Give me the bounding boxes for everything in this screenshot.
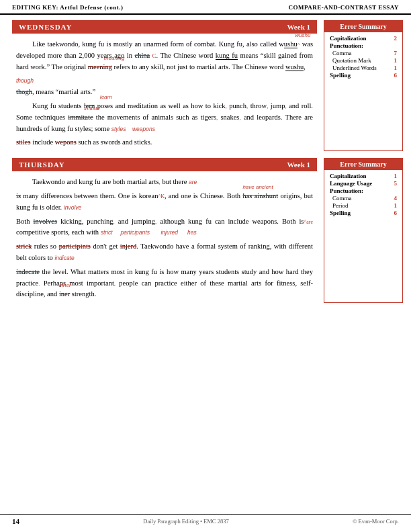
footer-center: Daily Paragraph Editing • EMC 2837 [143, 518, 228, 525]
is-correction: is^are [299, 218, 313, 225]
wednesday-es-title: Error Summary [324, 21, 402, 32]
es-row-comma: Comma 7 [330, 50, 397, 56]
thursday-text-area: THURSDAY Week 1 Taekwondo and kung fu ar… [12, 158, 317, 303]
es-lang-count: 5 [394, 180, 398, 187]
es-period-label: Period [330, 202, 349, 209]
thursday-section: THURSDAY Week 1 Taekwondo and kung fu ar… [12, 158, 403, 303]
inner-correction: inneriner [59, 290, 70, 298]
es-row-spelling-wed: Spelling 6 [330, 72, 397, 79]
wednesday-day-name: WEDNESDAY [19, 23, 73, 31]
es-row-quotation: Quotation Mark 1 [330, 57, 397, 64]
wednesday-error-summary: Error Summary Capitalization 2 Punctuati… [324, 20, 403, 151]
china-correction: china C [135, 52, 156, 59]
es-cap-label: Capitalization [330, 35, 367, 42]
meaning-correction: meaningmeening [88, 63, 112, 71]
es-row-capitalization: Capitalization 2 [330, 35, 397, 42]
thursday-error-summary: Error Summary Capitalization 1 Language … [324, 158, 403, 303]
es-quotation-label: Quotation Mark [330, 57, 371, 64]
footer-right: © Evan-Moor Corp. [353, 518, 399, 525]
page-header: EDITING KEY: Artful Defense (cont.) COMP… [0, 0, 411, 15]
es-row-period: Period 1 [330, 202, 397, 209]
thursday-day-name: THURSDAY [19, 161, 65, 169]
es-row-underlined: Underlined Words 1 [330, 64, 397, 71]
es-quotation-count: 1 [394, 57, 398, 64]
es-row-lang: Language Usage 5 [330, 180, 397, 187]
korean-correction: korean^K [139, 192, 165, 200]
es-comma-thu-label: Comma [330, 195, 352, 202]
wushu-correction: wushuwushu^ [279, 40, 300, 48]
header-left: EDITING KEY: Artful Defense (cont.) [12, 4, 123, 11]
es-cap-thu-label: Capitalization [330, 173, 367, 179]
wednesday-paragraph: Like taekwondo, kung fu is mostly an una… [12, 39, 317, 148]
wednesday-week: Week 1 [287, 23, 310, 31]
es-comma-count: 7 [394, 50, 398, 56]
thursday-es-body: Capitalization 1 Language Usage 5 Punctu… [324, 170, 402, 220]
es-spell-wed-count: 6 [394, 72, 398, 79]
es-spell-wed-label: Spelling [330, 72, 351, 79]
thursday-week: Week 1 [287, 161, 310, 169]
es-row-comma-thu: Comma 4 [330, 195, 397, 202]
es-row-cap-thu: Capitalization 1 [330, 173, 397, 179]
imitate-correction: imitateimmitate [68, 114, 93, 121]
wednesday-section: WEDNESDAY Week 1 Like taekwondo, kung fu… [12, 20, 403, 151]
es-punct-thu-label: Punctuation: [330, 187, 363, 194]
es-comma-label: Comma [330, 50, 352, 56]
es-cap-count: 2 [394, 35, 398, 42]
wednesday-header: WEDNESDAY Week 1 [12, 20, 317, 34]
page-footer: 14 Daily Paragraph Editing • EMC 2837 © … [0, 514, 411, 525]
es-cap-thu-count: 1 [394, 173, 398, 179]
thursday-paragraph: Taekwondo and kung fu are both martial a… [12, 177, 317, 300]
es-spell-thu-label: Spelling [330, 210, 351, 216]
es-row-punctuation-label: Punctuation: [330, 42, 397, 49]
page-number: 14 [12, 517, 19, 525]
es-underlined-count: 1 [394, 64, 398, 71]
es-period-count: 1 [394, 202, 398, 209]
es-comma-thu-count: 4 [394, 195, 398, 202]
ancient-correction: have ancienthas ainshunt [242, 192, 278, 200]
es-row-spelling-thu: Spelling 6 [330, 210, 397, 216]
es-underlined-label: Underlined Words [330, 64, 377, 71]
thursday-header: THURSDAY Week 1 [12, 158, 317, 171]
wednesday-es-body: Capitalization 2 Punctuation: Comma 7 Qu… [324, 32, 402, 82]
header-right: COMPARE-AND-CONTRAST ESSAY [288, 4, 399, 11]
main-content: WEDNESDAY Week 1 Like taekwondo, kung fu… [0, 15, 411, 308]
es-row-punct-thu: Punctuation: [330, 187, 397, 194]
thursday-es-title: Error Summary [324, 159, 402, 170]
es-punct-label: Punctuation: [330, 42, 363, 49]
thogh-correction: thogh [16, 88, 32, 95]
wednesday-text-area: WEDNESDAY Week 1 Like taekwondo, kung fu… [12, 20, 317, 151]
es-lang-label: Language Usage [330, 180, 372, 187]
es-spell-thu-count: 6 [394, 210, 398, 216]
